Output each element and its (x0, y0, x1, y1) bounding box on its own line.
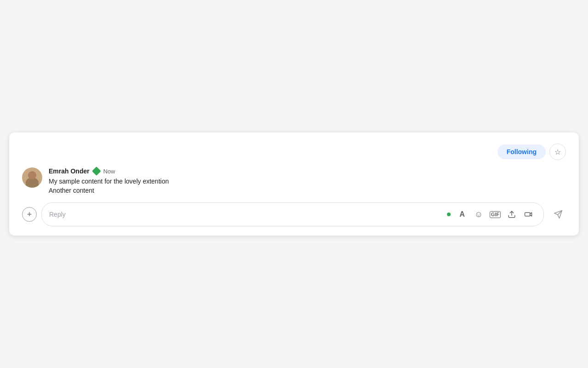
author-name: Emrah Onder (49, 167, 90, 175)
send-button[interactable] (550, 207, 566, 222)
emoji-button[interactable]: ☺ (471, 207, 486, 222)
video-button[interactable] (520, 207, 536, 222)
add-attachment-button[interactable]: + (22, 207, 37, 222)
avatar (22, 167, 42, 188)
page-wrapper: Following ☆ Emrah Onder Now My sample co… (0, 0, 588, 368)
star-button[interactable]: ☆ (549, 144, 566, 160)
reply-section: + A ☺ GIF (22, 202, 566, 226)
text-format-button[interactable]: A (454, 207, 470, 222)
post-content: Emrah Onder Now My sample content for th… (49, 167, 566, 194)
upload-icon (508, 210, 516, 218)
text-format-icon: A (459, 210, 465, 218)
reply-input-wrapper: A ☺ GIF (41, 202, 544, 226)
following-button[interactable]: Following (498, 144, 546, 159)
upload-button[interactable] (504, 207, 520, 222)
post-text-secondary: Another content (49, 187, 566, 194)
emoji-icon: ☺ (475, 210, 483, 219)
post-meta: Emrah Onder Now (49, 167, 566, 175)
star-icon: ☆ (554, 148, 561, 156)
post-time: Now (103, 168, 115, 175)
card-header: Following ☆ (22, 144, 566, 160)
reply-tools: A ☺ GIF (454, 207, 536, 222)
send-icon (554, 210, 563, 219)
video-icon (524, 210, 532, 218)
gif-icon: GIF (490, 211, 501, 218)
plus-icon: + (27, 210, 32, 219)
online-indicator (447, 213, 451, 216)
comment-card: Following ☆ Emrah Onder Now My sample co… (9, 132, 579, 236)
reply-input[interactable] (49, 211, 443, 218)
badge-icon (92, 167, 101, 176)
post-section: Emrah Onder Now My sample content for th… (22, 167, 566, 194)
gif-button[interactable]: GIF (487, 207, 503, 222)
svg-rect-1 (525, 213, 530, 216)
post-text-primary: My sample content for the lovely extenti… (49, 178, 566, 185)
